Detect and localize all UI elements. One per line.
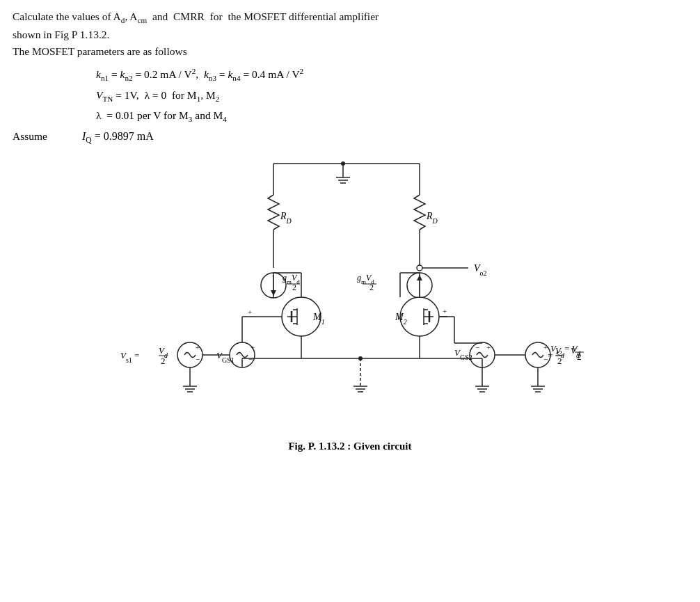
Vs1-label: Vs1 = <box>120 350 139 364</box>
RD-label-right: RD <box>426 211 438 225</box>
Ad-subscript: d <box>121 16 125 24</box>
RD-label-left: RD <box>280 211 292 225</box>
Vs2-frac-den: 2 <box>557 356 562 366</box>
assume-eq: IQ = 0.9897 mA <box>82 130 154 144</box>
vgs2-plus: + <box>486 343 491 351</box>
assume-line: Assume IQ = 0.9897 mA <box>13 130 687 144</box>
svg-point-11 <box>417 265 422 271</box>
vs1-plus: + <box>196 343 200 351</box>
equation-3: λ = 0.01 per V for M3 and M4 <box>96 106 687 126</box>
circuit-svg: RD RD Vo2 gmVd 2 <box>113 157 587 414</box>
circuit-diagram: RD RD Vo2 gmVd 2 <box>13 157 687 435</box>
header-line3: The MOSFET parameters are as follows <box>13 43 687 60</box>
assume-label: Assume <box>13 130 82 143</box>
m2-gate-plus: + <box>443 307 447 315</box>
vgs2-minus: − <box>475 343 479 351</box>
page: Calculate the values of Ad, Acm and CMRR… <box>0 0 700 602</box>
Vo2-label: Vo2 <box>474 263 487 277</box>
vgs1-plus: + <box>250 343 255 351</box>
problem-statement: Calculate the values of Ad, Acm and CMRR… <box>13 8 687 60</box>
equations-block: kn1 = kn2 = 0.2 mA / V2, kn3 = kn4 = 0.4… <box>96 64 687 126</box>
and-text: and <box>152 10 168 22</box>
header-line1: Calculate the values of Ad, Acm and CMRR… <box>13 8 687 26</box>
vgs1-minus: − <box>248 355 253 363</box>
Acm-subscript: cm <box>137 16 147 24</box>
figure-caption: Fig. P. 1.13.2 : Given circuit <box>13 441 687 452</box>
equation-1: kn1 = kn2 = 0.2 mA / V2, kn3 = kn4 = 0.4… <box>96 64 687 85</box>
Vs2-den: 2 <box>577 351 582 362</box>
Vs1-frac-den: 2 <box>161 356 166 366</box>
vs1-minus: − <box>196 355 200 363</box>
header-line2: shown in Fig P 1.13.2. <box>13 26 687 43</box>
m1-gate-plus: + <box>248 308 252 316</box>
svg-point-5 <box>341 161 345 166</box>
equation-2: VTN = 1V, λ = 0 for M1, M2 <box>96 86 687 106</box>
